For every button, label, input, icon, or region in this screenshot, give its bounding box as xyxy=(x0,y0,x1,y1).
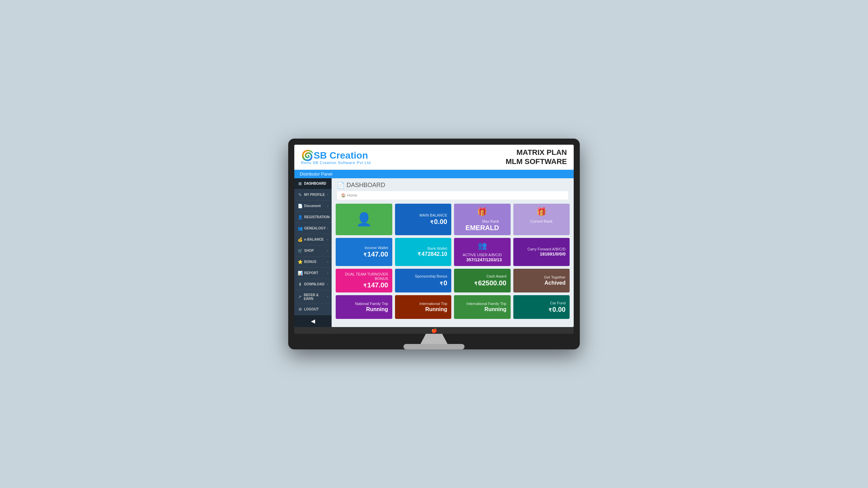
sidebar-label-shop: SHOP xyxy=(304,249,314,252)
dashboard-grid: 👤 MAIN BALANCE ₹0.00 🎁 Max Rank EMERALD xyxy=(332,204,574,323)
document-icon: 📄 xyxy=(298,204,302,208)
sidebar-label-registration: REGISTRATION xyxy=(304,215,330,219)
e-balance-icon: 💰 xyxy=(298,237,302,242)
sidebar-item-refer-earn[interactable]: ↗ REFER & EARN › xyxy=(294,290,332,304)
card-max-rank: 🎁 Max Rank EMERALD xyxy=(454,204,511,235)
rs-icon7: ₹ xyxy=(549,307,552,313)
my-profile-icon: ✎ xyxy=(298,192,302,197)
rs-icon4: ₹ xyxy=(363,283,367,288)
rs-icon: ₹ xyxy=(430,220,433,225)
chevron-right-icon9: › xyxy=(327,283,328,286)
rs-icon5: ₹ xyxy=(440,281,443,286)
logo-swirl-icon: 🌀 xyxy=(301,149,314,161)
sidebar-label-download: DOWNLOAD xyxy=(304,282,324,286)
sidebar-item-download[interactable]: ⬇ DOWNLOAD › xyxy=(294,279,332,290)
card-bank-wallet: Bank Wallet ₹472842.10 xyxy=(395,238,452,266)
sidebar-item-dashboard[interactable]: ⊞ DASHBOARD xyxy=(294,178,332,189)
chevron-right-icon3: › xyxy=(330,216,331,219)
sidebar-label-bonus: BONUS xyxy=(304,260,316,264)
card-carry-forward: Carry Forward A/B/C/D 181691/0/0/0 xyxy=(513,238,570,266)
home-icon: 🏠 xyxy=(341,193,346,198)
download-icon: ⬇ xyxy=(298,282,302,287)
sidebar-label-my-profile: MY PROFILE xyxy=(304,193,325,197)
sidebar-item-document[interactable]: 📄 Document › xyxy=(294,201,332,212)
toggle-arrow-icon: ◀ xyxy=(311,318,315,324)
chevron-right-icon5: › xyxy=(327,238,328,241)
main-layout: ⊞ DASHBOARD ✎ MY PROFILE › 📄 Document xyxy=(294,178,574,327)
app-name: SB Creation xyxy=(314,150,368,161)
content-area: 📄 DASHBOARD 🏠 Home 👤 MAIN BALA xyxy=(332,178,574,327)
card-dual-team: DUAL TEAM TURNOVER BONUS ₹147.00 xyxy=(336,269,392,292)
sidebar-label-genealogy: GENEALOGY xyxy=(304,226,326,230)
sidebar-item-logout[interactable]: ⚙ LOGOUT xyxy=(294,304,332,315)
card-user-avatar: 👤 xyxy=(336,204,392,235)
card-current-rank: 🎁 Current Rank xyxy=(513,204,570,235)
matrix-title: MATRIX PLAN MLM SOFTWARE xyxy=(506,148,567,166)
gift-icon2: 🎁 xyxy=(536,207,547,217)
sidebar-item-shop[interactable]: 🛒 SHOP › xyxy=(294,245,332,257)
card-get-together: Get Together Achived xyxy=(513,269,570,292)
chevron-right-icon7: › xyxy=(327,260,328,264)
card-car-fund: Car Fund ₹0.00 xyxy=(513,295,570,319)
rs-icon6: ₹ xyxy=(474,281,477,286)
chevron-right-icon2: › xyxy=(327,204,328,208)
registration-icon: 👤 xyxy=(298,215,302,220)
chevron-right-icon10: › xyxy=(327,295,328,299)
logout-icon: ⚙ xyxy=(298,307,302,312)
sidebar-item-bonus[interactable]: ⭐ BONUS › xyxy=(294,257,332,268)
card-national-family-trip: National Family Trip Running xyxy=(336,295,392,319)
user-avatar-icon: 👤 xyxy=(356,212,372,227)
chevron-right-icon: › xyxy=(327,193,328,197)
bonus-icon: ⭐ xyxy=(298,260,302,264)
file-icon: 📄 xyxy=(337,182,344,189)
sidebar-item-genealogy[interactable]: 👥 GENEALOGY › xyxy=(294,223,332,234)
report-icon: 📊 xyxy=(298,271,302,276)
rs-icon3: ₹ xyxy=(418,251,421,257)
chevron-right-icon8: › xyxy=(327,271,328,275)
dashboard-icon: ⊞ xyxy=(298,181,302,186)
refer-icon: ↗ xyxy=(298,294,302,299)
card-active-user: 👥 ACTIVE USER A/B/C/D 357/1247/1203/13 xyxy=(454,238,511,266)
card-sponsorship-bonus: Sponsorship Bonus ₹0 xyxy=(395,269,452,292)
rs-icon2: ₹ xyxy=(363,252,367,258)
sidebar: ⊞ DASHBOARD ✎ MY PROFILE › 📄 Document xyxy=(294,178,332,327)
sidebar-item-my-profile[interactable]: ✎ MY PROFILE › xyxy=(294,189,332,201)
chevron-right-icon6: › xyxy=(327,249,328,252)
sidebar-item-e-balance[interactable]: 💰 e-BALANCE › xyxy=(294,234,332,245)
card-income-wallet: Income Wallet ₹147.00 xyxy=(336,238,392,266)
genealogy-icon: 👥 xyxy=(298,226,302,231)
card-international-family-trip: International Family Trip Running xyxy=(454,295,511,319)
sidebar-label-document: Document xyxy=(304,204,321,208)
users-icon: 👥 xyxy=(478,241,487,250)
sidebar-label-refer-earn: REFER & EARN xyxy=(304,293,327,301)
dashboard-title: 📄 DASHBOARD xyxy=(337,182,568,189)
card-main-balance: MAIN BALANCE ₹0.00 xyxy=(395,204,452,235)
card-cash-award: Cash Award ₹62500.00 xyxy=(454,269,511,292)
chevron-right-icon4: › xyxy=(327,227,328,230)
sidebar-item-report[interactable]: 📊 REPORT › xyxy=(294,268,332,279)
sidebar-label-e-balance: e-BALANCE xyxy=(304,238,324,241)
breadcrumb: 🏠 Home xyxy=(337,191,568,200)
distributor-bar: Distributor Panel xyxy=(294,170,574,178)
shop-icon: 🛒 xyxy=(298,248,302,253)
app-subtitle: Renu SB Creation Software Pvt Ltd xyxy=(301,161,371,165)
card-international-trip: International Trip Running xyxy=(395,295,452,319)
sidebar-label-dashboard: DASHBOARD xyxy=(304,182,326,185)
monitor-wrapper: 🌀 SB Creation Renu SB Creation Software … xyxy=(288,139,580,349)
sidebar-label-report: REPORT xyxy=(304,271,318,275)
sidebar-item-registration[interactable]: 👤 REGISTRATION › xyxy=(294,212,332,223)
sidebar-label-logout: LOGOUT xyxy=(304,307,319,311)
gift-icon: 🎁 xyxy=(477,207,487,217)
header-right: MATRIX PLAN MLM SOFTWARE xyxy=(506,148,567,166)
screen: 🌀 SB Creation Renu SB Creation Software … xyxy=(294,145,574,327)
logo-section: 🌀 SB Creation Renu SB Creation Software … xyxy=(301,149,371,165)
app-header: 🌀 SB Creation Renu SB Creation Software … xyxy=(294,145,574,170)
sidebar-toggle-button[interactable]: ◀ xyxy=(294,315,332,327)
